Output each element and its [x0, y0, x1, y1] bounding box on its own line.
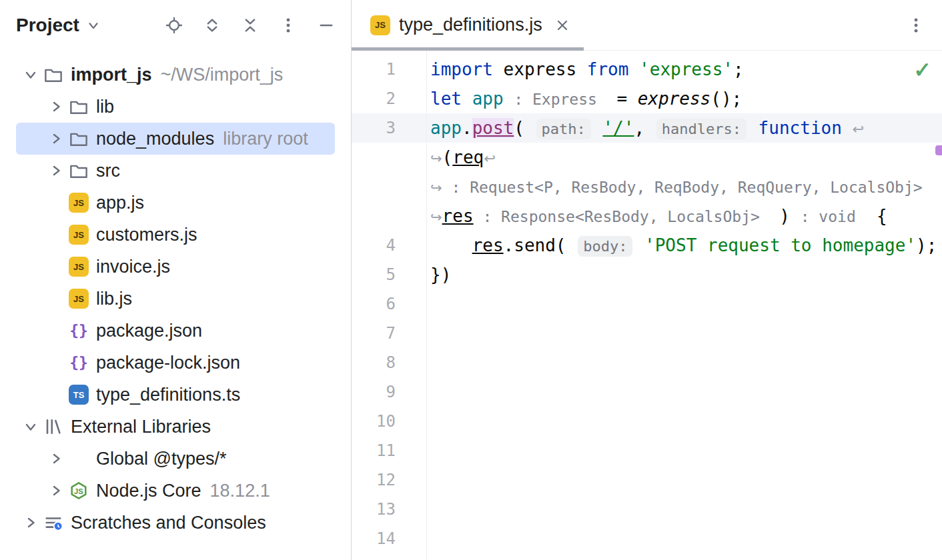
tree-item-customers-js[interactable]: JScustomers.js	[16, 219, 335, 251]
tree-item-type-definitions-ts[interactable]: TStype_definitions.ts	[16, 379, 335, 411]
line-number[interactable]: 1	[352, 55, 426, 84]
project-panel-title[interactable]: Project	[16, 15, 79, 36]
js-file-icon: JS	[370, 15, 390, 35]
code-line[interactable]: 1import express from 'express';	[352, 55, 942, 84]
select-opened-file-icon[interactable]	[164, 15, 184, 35]
code-line[interactable]: 7	[352, 319, 942, 348]
tree-item-label: package-lock.json	[96, 353, 240, 373]
line-number[interactable]	[352, 201, 426, 231]
line-number[interactable]: 10	[352, 407, 426, 436]
code-token: ,	[634, 118, 654, 138]
code-line[interactable]: ↪res : Response<ResBody, LocalsObj> ) : …	[352, 201, 942, 231]
code-line[interactable]: 12	[352, 465, 942, 495]
code-line[interactable]: 3app.post( path: '/', handlers: function…	[352, 113, 942, 143]
tree-item-package-json[interactable]: {}package.json	[16, 315, 335, 347]
chevron-right-icon[interactable]	[47, 129, 65, 148]
line-number[interactable]: 6	[352, 289, 426, 319]
tree-item-lib-js[interactable]: JSlib.js	[16, 283, 335, 315]
code-line[interactable]: 9	[352, 377, 942, 407]
project-panel-header: Project	[0, 0, 351, 51]
none	[69, 449, 89, 469]
code-token: : Response<ResBody, LocalsObj>	[474, 208, 769, 225]
line-number[interactable]: 8	[352, 348, 426, 377]
tree-item-node-modules[interactable]: node_moduleslibrary root	[16, 123, 335, 155]
editor-tab[interactable]: JS type_definitions.js	[352, 0, 584, 50]
tree-item-scratches-and-consoles[interactable]: Scratches and Consoles	[16, 507, 335, 539]
chevron-down-icon[interactable]	[21, 65, 40, 84]
code-line[interactable]: 10	[352, 407, 942, 436]
code-line[interactable]: 11	[352, 436, 942, 465]
tree-item-src[interactable]: src	[16, 155, 335, 187]
code-line[interactable]: 4 res.send( body: 'POST request to homep…	[352, 231, 942, 260]
chevron-right-icon[interactable]	[47, 161, 65, 180]
tree-item-global-types-[interactable]: Global @types/*	[16, 443, 335, 475]
chevron-spacer	[47, 257, 65, 276]
tree-item-lib[interactable]: lib	[16, 91, 335, 123]
expand-all-icon[interactable]	[202, 15, 222, 35]
chevron-down-icon[interactable]	[86, 18, 101, 33]
code-line[interactable]: 14	[352, 524, 942, 553]
tree-item-label: lib	[96, 97, 114, 117]
line-number[interactable]: 2	[352, 84, 426, 113]
tree-item-external-libraries[interactable]: External Libraries	[16, 411, 335, 443]
tree-item-label: node_modules	[96, 129, 214, 149]
code-line[interactable]: 2let app : Express = express();	[352, 84, 942, 113]
editor-more-options-icon[interactable]	[905, 14, 927, 37]
code-line[interactable]: 5})	[352, 260, 942, 289]
tree-item-app-js[interactable]: JSapp.js	[16, 187, 335, 219]
more-options-icon[interactable]	[278, 15, 298, 35]
inlay-hint: body:	[578, 236, 632, 257]
code-token: : void	[801, 208, 856, 225]
code-line[interactable]: ↪(req↩	[352, 143, 942, 172]
tree-item-label: customers.js	[96, 225, 197, 245]
line-number[interactable]: 11	[352, 436, 426, 465]
tree-item-node-js-core[interactable]: JSNode.js Core18.12.1	[16, 475, 335, 507]
chevron-right-icon[interactable]	[47, 449, 65, 468]
collapse-all-icon[interactable]	[240, 15, 260, 35]
code-line[interactable]: 8	[352, 348, 942, 377]
code-text: ↪ : Request<P, ResBody, ReqBody, ReqQuer…	[426, 172, 942, 201]
line-number[interactable]: 9	[352, 377, 426, 407]
code-text: res.send( body: 'POST request to homepag…	[426, 231, 937, 260]
line-number[interactable]: 13	[352, 495, 426, 524]
line-number[interactable]: 4	[352, 231, 426, 260]
chevron-down-icon[interactable]	[21, 417, 40, 436]
code-token: : Express	[514, 91, 606, 108]
editor-body[interactable]: 1import express from 'express';2let app …	[352, 51, 942, 560]
line-number[interactable]: 5	[352, 260, 426, 289]
json-file-icon: {}	[69, 321, 89, 341]
line-number[interactable]: 7	[352, 319, 426, 348]
chevron-right-icon[interactable]	[21, 513, 40, 532]
chevron-spacer	[47, 289, 65, 308]
tree-item-label: package.json	[96, 321, 202, 341]
code-line[interactable]: 13	[352, 495, 942, 524]
chevron-right-icon[interactable]	[47, 481, 65, 500]
code-line[interactable]: 6	[352, 289, 942, 319]
tree-item-import-js[interactable]: import_js~/WS/import_js	[16, 59, 335, 91]
line-number[interactable]: 3	[352, 113, 426, 143]
line-number[interactable]: 14	[352, 524, 426, 553]
line-number[interactable]	[352, 143, 426, 172]
code-line[interactable]: ↪ : Request<P, ResBody, ReqBody, ReqQuer…	[352, 172, 942, 201]
chevron-right-icon[interactable]	[47, 97, 65, 116]
inlay-hint: path:	[536, 119, 591, 139]
soft-wrap-icon: ↩	[853, 121, 865, 137]
soft-wrap-icon: ↪	[430, 180, 442, 196]
code-token: );	[916, 235, 937, 255]
code-token: app	[472, 89, 514, 109]
code-token: res	[442, 206, 474, 226]
tree-item-invoice-js[interactable]: JSinvoice.js	[16, 251, 335, 283]
code-area[interactable]: 1import express from 'express';2let app …	[352, 51, 942, 553]
folder-icon	[69, 129, 89, 149]
tree-item-package-lock-json[interactable]: {}package-lock.json	[16, 347, 335, 379]
code-token: 'express'	[639, 59, 733, 79]
js-file-icon: JS	[69, 193, 89, 213]
gutter-separator	[426, 51, 427, 560]
code-token: .	[462, 118, 472, 138]
close-icon[interactable]	[553, 16, 572, 35]
inspections-ok-icon[interactable]: ✓	[913, 57, 931, 83]
hide-icon[interactable]	[316, 15, 336, 35]
line-number[interactable]	[352, 172, 426, 201]
chevron-spacer	[47, 385, 65, 404]
line-number[interactable]: 12	[352, 465, 426, 495]
